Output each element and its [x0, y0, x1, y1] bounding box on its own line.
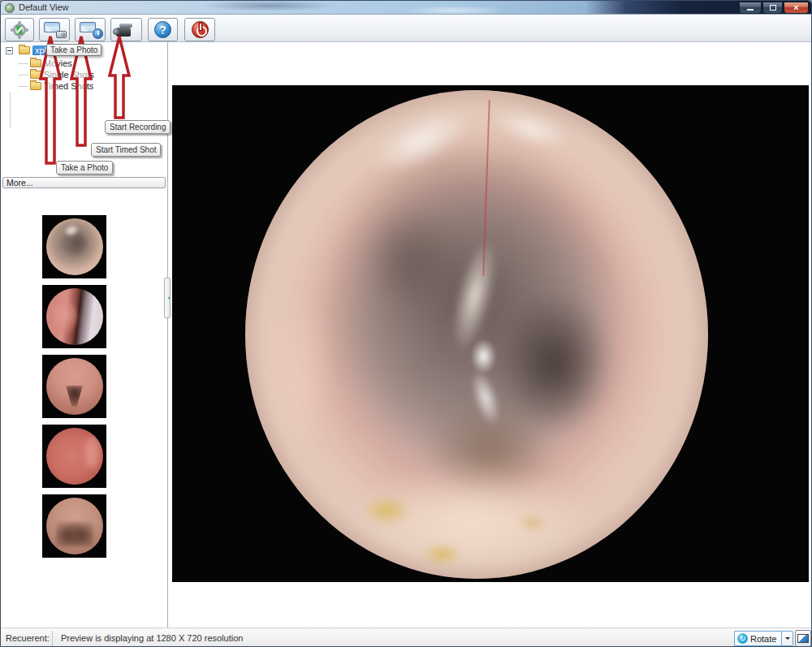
minimize-button[interactable]	[739, 2, 762, 14]
larynx-vocal-cords-image	[46, 358, 103, 415]
toolbar: ?	[1, 15, 812, 42]
app-icon	[5, 3, 15, 13]
close-icon: ×	[793, 2, 798, 13]
status-message: Preview is displaying at 1280 X 720 reso…	[61, 633, 243, 643]
thumbnail-list	[42, 215, 106, 558]
maximize-button[interactable]	[762, 2, 783, 14]
status-separator	[52, 631, 53, 646]
tree-item-label: Single Shots	[44, 70, 94, 80]
tree-guide-line	[10, 93, 11, 127]
app-window: Default View × ?	[0, 0, 812, 647]
status-bar: Recuerent: Preview is displaying at 1280…	[1, 628, 812, 647]
take-photo-button[interactable]	[39, 18, 70, 41]
callout-start-recording: Start Recording	[105, 120, 171, 134]
callout-start-timed-shot: Start Timed Shot	[91, 143, 161, 157]
cerumen-spot	[514, 511, 551, 535]
thumbnail-throat[interactable]	[42, 494, 106, 558]
tooltip-take-a-photo: Take a Photo	[46, 44, 102, 56]
question-mark-icon: ?	[154, 21, 171, 38]
thumbnail-larynx[interactable]	[42, 355, 106, 418]
tree-item-label: Timed Shots	[44, 81, 93, 91]
camcorder-lens-icon	[113, 28, 119, 35]
status-context-label: Recuerent:	[6, 633, 50, 643]
maximize-icon	[770, 5, 776, 11]
tree-node-single-shots[interactable]: Single Shots	[19, 69, 94, 80]
thumbnail-nasal-cavity[interactable]	[42, 285, 106, 348]
tree-stub	[19, 75, 28, 75]
window-title: Default View	[19, 2, 69, 12]
help-button[interactable]: ?	[148, 18, 178, 41]
gear-refresh-icon	[13, 24, 26, 37]
nasal-cavity-image	[46, 288, 103, 345]
collapse-icon[interactable]	[6, 47, 13, 54]
callout-take-a-photo: Take a Photo	[56, 161, 113, 175]
minimize-icon	[747, 9, 754, 11]
otoscopy-ear-drum-image	[46, 218, 103, 275]
record-button[interactable]	[110, 18, 142, 41]
cerumen-spot	[356, 491, 417, 530]
folder-icon	[30, 59, 41, 67]
more-button[interactable]: More...	[2, 177, 166, 188]
power-button[interactable]	[184, 18, 215, 41]
tree-node-movies[interactable]: Movies	[19, 58, 72, 69]
tree-node-timed-shots[interactable]: Timed Shots	[19, 80, 93, 92]
cerumen-spot	[417, 540, 468, 569]
folder-icon	[30, 71, 41, 79]
throat-epiglottis-image	[46, 498, 103, 554]
fullscreen-icon	[797, 634, 809, 643]
folder-icon	[19, 46, 30, 54]
title-bar: Default View ×	[1, 1, 812, 15]
close-button[interactable]: ×	[784, 2, 809, 14]
camera-icon	[56, 31, 67, 38]
thumbnail-nasal-passage[interactable]	[42, 425, 106, 488]
nasal-passage-image	[46, 428, 103, 485]
tree-stub	[19, 86, 28, 87]
fullscreen-button[interactable]	[795, 630, 811, 647]
settings-button[interactable]	[5, 18, 34, 41]
rotate-icon: ↻	[737, 633, 748, 644]
rotate-button[interactable]: ↻ Rotate	[734, 631, 781, 646]
power-icon	[192, 21, 209, 38]
clock-icon	[93, 28, 103, 39]
rotate-dropdown-button[interactable]	[781, 631, 793, 646]
preview-ear-otoscopy-image	[245, 90, 708, 579]
rotate-label: Rotate	[750, 634, 776, 644]
tree-item-label: Movies	[44, 58, 72, 68]
thumbnail-ear-drum[interactable]	[42, 215, 106, 278]
timed-shot-button[interactable]	[75, 18, 106, 41]
tree-stub	[19, 63, 28, 64]
panel-splitter-handle[interactable]	[164, 278, 171, 318]
folder-icon	[30, 82, 41, 90]
preview-viewport	[172, 85, 809, 582]
